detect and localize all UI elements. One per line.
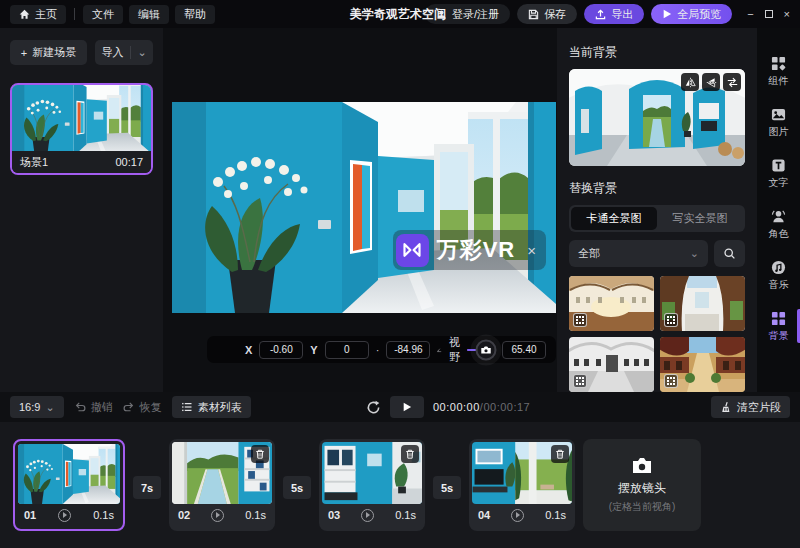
trash-icon bbox=[405, 449, 415, 459]
background-panel: 当前背景 替换背景 卡通全景图 写实全景图 全部 ⌄ bbox=[557, 28, 757, 392]
tab-realistic-panorama[interactable]: 写实全景图 bbox=[657, 207, 743, 230]
loop-icon[interactable] bbox=[366, 400, 381, 415]
clear-clips-button[interactable]: 清空片段 bbox=[711, 396, 790, 418]
camera-icon bbox=[481, 345, 492, 354]
y-input[interactable] bbox=[325, 341, 369, 359]
character-icon bbox=[771, 209, 786, 224]
dock-item-components[interactable]: 组件 bbox=[757, 52, 800, 103]
document-title: 美学奇观艺术空间 bbox=[350, 6, 446, 23]
material-list-button[interactable]: 素材列表 bbox=[172, 396, 251, 418]
menu-edit[interactable]: 编辑 bbox=[129, 5, 169, 24]
save-button[interactable]: 保存 bbox=[517, 4, 577, 24]
panorama-thumbnail-4[interactable] bbox=[660, 337, 745, 392]
dock-item-music[interactable]: 音乐 bbox=[757, 256, 800, 307]
watermark: 万彩VR × bbox=[393, 230, 546, 270]
x-label: X bbox=[245, 344, 252, 356]
panorama-badge-icon bbox=[664, 313, 678, 327]
delete-clip-button[interactable] bbox=[401, 445, 419, 463]
clip-duration: 0.1s bbox=[93, 509, 114, 521]
redo-button[interactable]: 恢复 bbox=[123, 400, 162, 415]
replace-background-title: 替换背景 bbox=[569, 180, 745, 197]
dock-item-character[interactable]: 角色 bbox=[757, 205, 800, 256]
search-button[interactable] bbox=[714, 240, 745, 267]
broom-icon bbox=[720, 401, 732, 413]
play-button[interactable] bbox=[390, 396, 424, 418]
timeline-clip-03[interactable]: 03 0.1s bbox=[319, 439, 425, 531]
close-button[interactable]: × bbox=[784, 8, 790, 20]
scene-thumbnail bbox=[12, 85, 151, 151]
scenes-panel: + 新建场景 导入 ⌄ 场景1 00:17 bbox=[0, 28, 163, 392]
camera-icon bbox=[632, 457, 652, 474]
fov-input[interactable] bbox=[502, 341, 546, 359]
transition-duration-badge[interactable]: 7s bbox=[133, 476, 161, 499]
clip-play-icon[interactable] bbox=[361, 509, 374, 522]
dock-item-text[interactable]: 文字 bbox=[757, 154, 800, 205]
clip-play-icon[interactable] bbox=[211, 509, 224, 522]
watermark-text: 万彩VR bbox=[437, 235, 516, 265]
plus-icon: + bbox=[21, 47, 27, 59]
x-input[interactable] bbox=[259, 341, 303, 359]
global-preview-button[interactable]: 全局预览 bbox=[651, 4, 732, 24]
timecode: 00:00:00/00:00:17 bbox=[433, 401, 530, 413]
clip-duration: 0.1s bbox=[545, 509, 566, 521]
scene-viewport[interactable]: 万彩VR × bbox=[172, 102, 556, 313]
flip-horizontal-icon bbox=[685, 77, 696, 88]
menu-help[interactable]: 帮助 bbox=[175, 5, 215, 24]
clip-play-icon[interactable] bbox=[511, 509, 524, 522]
export-button[interactable]: 导出 bbox=[584, 4, 644, 24]
clip-play-icon[interactable] bbox=[58, 509, 71, 522]
panorama-thumbnail-1[interactable] bbox=[569, 276, 654, 331]
import-button[interactable]: 导入 ⌄ bbox=[95, 40, 153, 65]
panorama-thumbnail-2[interactable] bbox=[660, 276, 745, 331]
panorama-badge-icon bbox=[573, 313, 587, 327]
dock-item-images[interactable]: 图片 bbox=[757, 103, 800, 154]
transition-duration-badge[interactable]: 5s bbox=[433, 476, 461, 499]
clip-index: 02 bbox=[178, 509, 190, 521]
flip-vertical-button[interactable] bbox=[702, 73, 720, 91]
panorama-badge-icon bbox=[664, 374, 678, 388]
panorama-badge-icon bbox=[573, 374, 587, 388]
place-camera-button[interactable]: 摆放镜头 (定格当前视角) bbox=[583, 439, 701, 531]
current-background-preview[interactable] bbox=[569, 69, 745, 166]
dock-item-background[interactable]: 背景 bbox=[757, 307, 800, 358]
new-scene-button[interactable]: + 新建场景 bbox=[10, 40, 87, 65]
tab-cartoon-panorama[interactable]: 卡通全景图 bbox=[571, 207, 657, 230]
chevron-down-icon: ⌄ bbox=[690, 247, 699, 260]
category-dropdown[interactable]: 全部 ⌄ bbox=[569, 240, 708, 267]
clip-index: 01 bbox=[24, 509, 36, 521]
timeline-clip-02[interactable]: 02 0.1s bbox=[169, 439, 275, 531]
timeline-clip-04[interactable]: 04 0.1s bbox=[469, 439, 575, 531]
clip-index: 04 bbox=[478, 509, 490, 521]
panorama-thumbnail-3[interactable] bbox=[569, 337, 654, 392]
minimize-button[interactable]: − bbox=[747, 8, 753, 20]
y-label: Y bbox=[310, 344, 317, 356]
flip-horizontal-button[interactable] bbox=[681, 73, 699, 91]
watermark-close-icon[interactable]: × bbox=[527, 242, 536, 259]
timeline-clip-01[interactable]: 01 0.1s bbox=[13, 439, 125, 531]
swap-arrows-icon bbox=[727, 77, 738, 88]
timeline: 01 0.1s 7s 02 0.1s 5s 03 0.1s 5s bbox=[0, 422, 800, 548]
menu-file[interactable]: 文件 bbox=[83, 5, 123, 24]
clip-duration: 0.1s bbox=[395, 509, 416, 521]
play-icon bbox=[402, 402, 412, 412]
delete-clip-button[interactable] bbox=[551, 445, 569, 463]
delete-clip-button[interactable] bbox=[251, 445, 269, 463]
swap-background-button[interactable] bbox=[723, 73, 741, 91]
redo-icon bbox=[123, 401, 135, 413]
scene-duration: 00:17 bbox=[115, 156, 143, 168]
undo-button[interactable]: 撤销 bbox=[74, 400, 113, 415]
fov-slider-thumb[interactable] bbox=[476, 339, 497, 360]
rotation-input[interactable] bbox=[386, 341, 430, 359]
maximize-button[interactable] bbox=[765, 10, 773, 18]
text-icon bbox=[771, 158, 786, 173]
separator-dot: · bbox=[376, 344, 380, 356]
time-current: 00:00:00 bbox=[433, 401, 480, 413]
scene-list-item[interactable]: 场景1 00:17 bbox=[10, 83, 153, 175]
aspect-ratio-button[interactable]: 16:9 ⌄ bbox=[10, 396, 64, 418]
fov-slider[interactable] bbox=[467, 349, 495, 351]
music-icon bbox=[771, 260, 786, 275]
transition-duration-badge[interactable]: 5s bbox=[283, 476, 311, 499]
canvas-area: 万彩VR × X Y · 视野 bbox=[163, 28, 557, 392]
menu-home[interactable]: 主页 bbox=[10, 5, 66, 24]
chevron-down-icon[interactable]: ⌄ bbox=[130, 46, 146, 59]
